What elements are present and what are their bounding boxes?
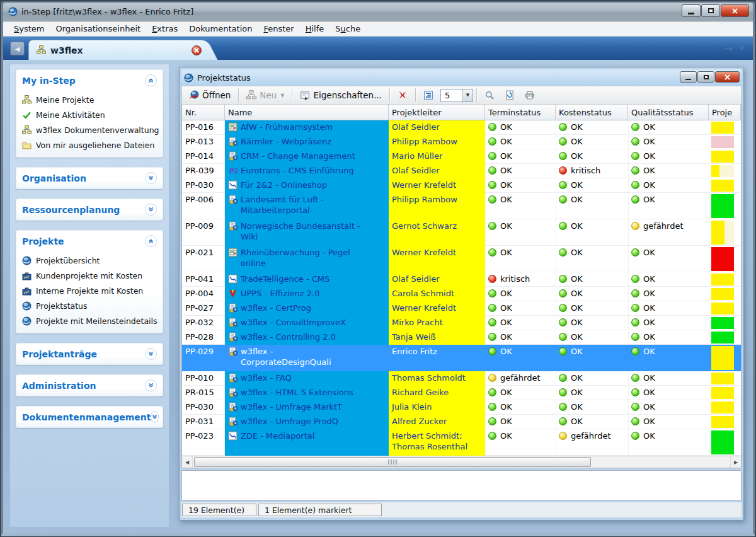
minimize-button[interactable] <box>682 4 701 17</box>
sidebar-section-header[interactable]: Dokumentenmanagement <box>22 411 157 423</box>
column-header[interactable]: Terminstatus <box>485 105 556 120</box>
kosten-status-cell: OK <box>556 178 628 193</box>
sidebar-section-title: Organisation <box>22 173 86 183</box>
chevron-down-icon[interactable] <box>145 348 157 360</box>
column-header[interactable]: Kostenstatus <box>556 105 628 120</box>
menu-item-dokumentation[interactable]: Dokumentation <box>183 22 258 35</box>
table-row[interactable]: PP-021Rheinüberwachung - Pegel onlineWer… <box>182 246 741 272</box>
close-button[interactable] <box>721 4 749 17</box>
table-row[interactable]: PP-013Bärmler - WebpräsenzPhilipp Rambow… <box>182 135 741 149</box>
table-row[interactable]: PR-039P2Eurotrans - CMS EinführungOlaf S… <box>182 164 741 178</box>
project-leader: Mario Müller <box>392 151 442 161</box>
table-row[interactable]: PP-031w3flex - Umfrage ProdQAlfred Zucke… <box>182 415 741 429</box>
ampel-cell <box>709 246 741 272</box>
leader-cell: Olaf Seidler <box>389 164 485 178</box>
sidebar-item[interactable]: Von mir ausgeliehene Dateien <box>22 137 157 153</box>
table-row[interactable]: PP-029w3flex - CorporateDesignQualiEnric… <box>182 345 741 371</box>
sidebar-section-header[interactable]: Administration <box>22 379 157 391</box>
table-row[interactable]: PP-030w3flex - Umfrage MarktTJulia Klein… <box>182 400 741 415</box>
delete-button[interactable] <box>393 88 412 102</box>
project-icon <box>228 221 238 231</box>
table-row[interactable]: PR-015w3flex - HTML 5 ExtensionsRichard … <box>182 386 741 400</box>
sidebar-section-header[interactable]: Ressourcenplanung <box>22 204 157 216</box>
print-button[interactable] <box>520 88 539 102</box>
globe-icon <box>22 316 32 326</box>
inner-close-button[interactable] <box>715 71 740 83</box>
filter-levels-button[interactable] <box>419 88 438 102</box>
chevron-down-icon[interactable] <box>151 411 159 423</box>
menu-item-organisationseinheit[interactable]: Organisationseinheit <box>50 22 147 35</box>
open-button[interactable]: Öffnen <box>185 88 235 102</box>
chevron-up-icon[interactable] <box>145 235 157 247</box>
horizontal-scrollbar[interactable]: ◀ ▶ <box>182 456 741 468</box>
inner-maximize-button[interactable] <box>697 71 714 83</box>
column-header[interactable]: Name <box>225 105 389 120</box>
table-row[interactable]: PP-016AfW - FrühwarnsystemOlaf SeidlerOK… <box>182 120 741 135</box>
column-header[interactable]: Projektleiter <box>389 105 485 120</box>
menu-item-extras[interactable]: Extras <box>146 22 183 35</box>
combo-dropdown-icon[interactable]: ▼ <box>462 90 472 101</box>
status-ok-icon <box>488 166 496 175</box>
table-row[interactable]: PP-027w3flex - CertProgWerner KrefeldtOK… <box>182 301 741 316</box>
tab-w3flex[interactable]: w3flex <box>28 40 200 60</box>
column-header[interactable]: Qualitätsstatus <box>628 105 709 120</box>
sidebar-item[interactable]: Projekte mit Meilensteindetails <box>22 313 157 328</box>
table-row[interactable]: PP-006Landesamt für Luft - Mitarbeiterpo… <box>182 193 741 219</box>
status-ok-icon <box>631 304 639 312</box>
project-icon <box>228 151 238 161</box>
inner-minimize-button[interactable] <box>680 71 697 83</box>
leader-cell: Werner Krefeldt <box>389 178 485 193</box>
sidebar-section-header[interactable]: Projekte <box>22 235 157 247</box>
sidebar-section-header[interactable]: Organisation <box>22 172 157 184</box>
chevron-down-icon[interactable] <box>145 172 157 184</box>
sidebar-item[interactable]: Projektstatus <box>22 298 157 313</box>
table-row[interactable]: PP-014CRM - Change ManagementMario Mülle… <box>182 149 741 164</box>
refresh-button[interactable] <box>500 88 519 102</box>
chevron-up-icon[interactable] <box>145 74 157 86</box>
ampel-segment <box>711 165 719 177</box>
scroll-left-arrow[interactable]: ◀ <box>182 456 193 468</box>
sidebar-item[interactable]: w3flex Dokumentenverwaltung <box>22 122 157 137</box>
properties-button[interactable]: Eigenschaften... <box>295 88 386 102</box>
sidebar-section-header[interactable]: My in-Step <box>22 74 157 86</box>
sidebar-item[interactable]: Kundenprojekte mit Kosten <box>22 268 157 283</box>
table-row[interactable]: PP-041TradeTelligence - CMSOlaf Seidlerk… <box>182 272 741 287</box>
column-header[interactable]: Proje <box>709 105 741 120</box>
menu-item-suche[interactable]: Suche <box>329 22 366 35</box>
menu-item-hilfe[interactable]: Hilfe <box>300 22 330 35</box>
level-count-combobox[interactable]: 5 ▼ <box>440 89 473 102</box>
sidebar-item[interactable]: Meine Projekte <box>22 92 157 107</box>
zoom-button[interactable] <box>480 88 499 102</box>
column-header[interactable]: Nr. <box>182 105 225 120</box>
tab-scroll-right-button[interactable]: → <box>723 43 733 54</box>
leader-cell: Herbert Schmidt; Thomas Rosenthal <box>389 429 485 456</box>
table-row[interactable]: PP-004UPPS - Effizienz 2.0Carola Schmidt… <box>182 287 741 301</box>
project-leader: Alfred Zucker <box>392 416 447 427</box>
qualitaet-status-cell: OK <box>628 149 709 164</box>
table-row[interactable]: PP-023ZDE - MediaportalHerbert Schmidt; … <box>182 429 741 456</box>
table-row[interactable]: PP-010w3flex - FAQThomas Schmoldtgefährd… <box>182 371 741 386</box>
menu-item-system[interactable]: System <box>8 22 50 35</box>
sidebar-item[interactable]: Interne Projekte mit Kosten <box>22 283 157 298</box>
table-row[interactable]: PP-032w3flex - ConsultImproveXMirko Prac… <box>182 316 741 330</box>
tab-close-icon[interactable] <box>192 45 202 55</box>
scroll-right-arrow[interactable]: ▶ <box>730 456 741 468</box>
table-row[interactable]: PP-030Für 2&2 - OnlineshopWerner Krefeld… <box>182 178 741 193</box>
name-cell: w3flex - HTML 5 Extensions <box>225 386 389 400</box>
tab-scroll-left-button[interactable]: ◀ <box>10 42 25 55</box>
scrollbar-thumb[interactable] <box>194 457 591 467</box>
ampel-segment <box>711 387 734 399</box>
sidebar-item[interactable]: Meine Aktivitäten <box>22 107 157 122</box>
status-ok-icon <box>559 195 567 204</box>
chevron-down-icon[interactable] <box>145 204 157 216</box>
maximize-button[interactable] <box>701 4 720 17</box>
tab-list-dropdown-icon[interactable]: ▼ <box>739 45 744 52</box>
new-button[interactable]: Neu ▼ <box>242 88 289 102</box>
menu-item-fenster[interactable]: Fenster <box>258 22 299 35</box>
table-row[interactable]: PP-028w3flex - Controlling 2.0Tanja Weiß… <box>182 330 741 345</box>
table-row[interactable]: PP-009Norwegische Bundesanstalt - WikiGe… <box>182 219 741 246</box>
chevron-down-icon[interactable] <box>145 379 157 391</box>
project-name: w3flex - FAQ <box>241 372 292 383</box>
sidebar-section-header[interactable]: Projektanträge <box>22 348 157 360</box>
sidebar-item[interactable]: Projektübersicht <box>22 253 157 268</box>
